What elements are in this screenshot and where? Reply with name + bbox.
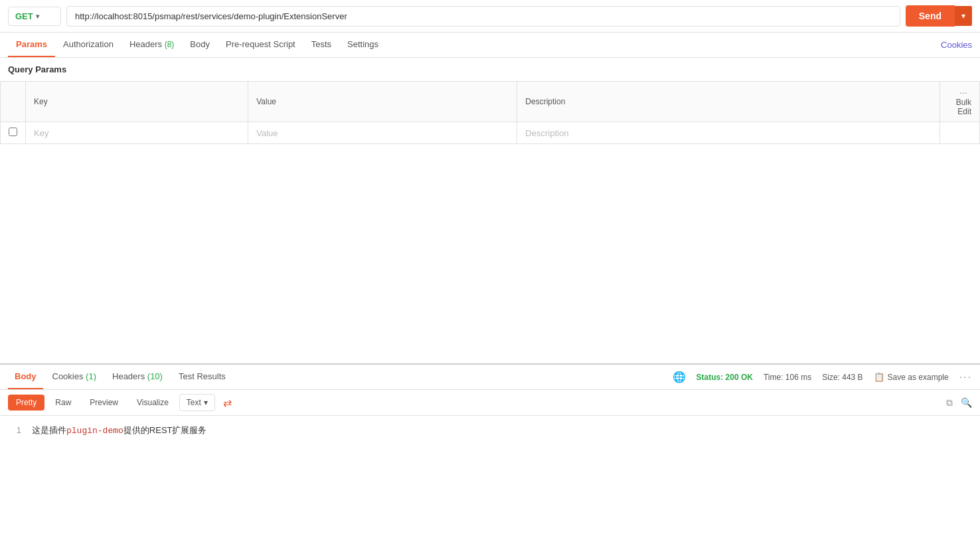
pretty-button[interactable]: Pretty — [8, 395, 44, 411]
send-button[interactable]: Send — [906, 5, 955, 27]
method-label: GET — [15, 11, 33, 21]
response-tab-test-results[interactable]: Test Results — [172, 365, 232, 389]
raw-button[interactable]: Raw — [47, 395, 79, 411]
response-tabs-bar: Body Cookies (1) Headers (10) Test Resul… — [0, 365, 980, 390]
save-example-button[interactable]: 📋 Save as example — [874, 372, 949, 382]
checkbox-header — [1, 82, 26, 122]
search-icon[interactable]: 🔍 — [961, 397, 972, 408]
response-headers-badge: (10) — [147, 371, 163, 381]
tab-params[interactable]: Params — [8, 33, 55, 57]
cookies-badge: (1) — [86, 371, 96, 381]
response-tab-cookies[interactable]: Cookies (1) — [46, 365, 104, 389]
table-row: Key Value Description — [1, 122, 980, 144]
tab-tests[interactable]: Tests — [303, 33, 339, 57]
tab-body[interactable]: Body — [182, 33, 218, 57]
preview-button[interactable]: Preview — [82, 395, 126, 411]
body-actions-right: ⧉ 🔍 — [946, 397, 972, 409]
more-icon[interactable]: ··· — [959, 87, 967, 98]
body-toolbar: Pretty Raw Preview Visualize Text ▾ ⇄ ⧉ … — [0, 390, 980, 416]
tab-prerequest[interactable]: Pre-request Script — [218, 33, 303, 57]
code-line-1: 1 这是插件plugin-demo提供的REST扩展服务 — [0, 424, 980, 438]
format-chevron-icon: ▾ — [204, 398, 208, 407]
url-input[interactable] — [66, 6, 900, 27]
line-content: 这是插件plugin-demo提供的REST扩展服务 — [32, 424, 207, 438]
response-section: Body Cookies (1) Headers (10) Test Resul… — [0, 363, 980, 550]
send-button-group: Send ▾ — [906, 5, 972, 27]
url-bar: GET ▾ Send ▾ — [0, 0, 980, 33]
code-mono: plugin-demo — [66, 426, 123, 436]
bulk-edit-link[interactable]: Bulk Edit — [956, 98, 971, 116]
headers-badge: (8) — [165, 40, 175, 49]
copy-icon[interactable]: ⧉ — [946, 397, 953, 409]
size-meta: Size: 443 B — [822, 373, 862, 382]
save-icon: 📋 — [874, 372, 884, 382]
key-cell[interactable]: Key — [26, 122, 248, 144]
response-tab-headers[interactable]: Headers (10) — [106, 365, 169, 389]
row-actions — [940, 122, 980, 144]
send-dropdown-button[interactable]: ▾ — [955, 6, 972, 26]
param-checkbox[interactable] — [9, 128, 17, 136]
tab-authorization[interactable]: Authorization — [55, 33, 122, 57]
cookies-link[interactable]: Cookies — [941, 40, 972, 50]
status-ok: Status: 200 OK — [696, 373, 753, 382]
globe-icon: 🌐 — [673, 371, 686, 383]
code-body: 1 这是插件plugin-demo提供的REST扩展服务 — [0, 416, 980, 446]
value-header: Value — [248, 82, 517, 122]
line-number: 1 — [5, 424, 21, 438]
response-more-options[interactable]: ··· — [959, 371, 972, 383]
method-chevron-icon: ▾ — [36, 13, 39, 20]
query-params-label: Query Params — [0, 58, 980, 81]
description-header: Description — [517, 82, 940, 122]
key-header: Key — [26, 82, 248, 122]
response-status-bar: 🌐 Status: 200 OK Time: 106 ms Size: 443 … — [673, 371, 972, 383]
wrap-icon[interactable]: ⇄ — [223, 397, 232, 409]
request-section: Query Params Key Value Description ··· B… — [0, 58, 980, 363]
request-tabs-bar: Params Authorization Headers (8) Body Pr… — [0, 33, 980, 58]
response-tab-body[interactable]: Body — [8, 365, 43, 389]
visualize-button[interactable]: Visualize — [129, 395, 177, 411]
method-selector[interactable]: GET ▾ — [8, 7, 61, 26]
tab-headers[interactable]: Headers (8) — [122, 33, 182, 57]
params-table: Key Value Description ··· Bulk Edit Key — [0, 81, 980, 144]
time-meta: Time: 106 ms — [764, 373, 811, 382]
row-checkbox — [1, 122, 26, 144]
value-cell[interactable]: Value — [248, 122, 517, 144]
description-cell[interactable]: Description — [517, 122, 940, 144]
tab-settings[interactable]: Settings — [339, 33, 386, 57]
bulk-edit-cell: ··· Bulk Edit — [940, 82, 980, 122]
format-dropdown[interactable]: Text ▾ — [179, 394, 215, 411]
